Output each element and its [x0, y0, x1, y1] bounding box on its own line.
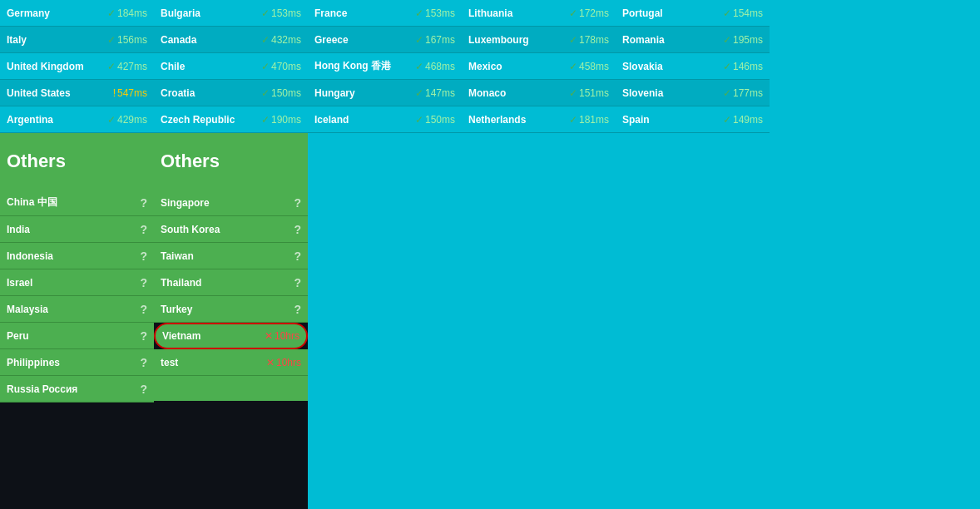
server-row[interactable]: Bulgaria ✓153ms [154, 0, 308, 27]
country-name: Malaysia [7, 304, 48, 315]
list-item[interactable]: Malaysia ? [0, 296, 154, 323]
server-name: Chile [161, 61, 185, 72]
others-header-2: Others [154, 133, 308, 190]
server-row[interactable]: France ✓153ms [308, 0, 462, 27]
server-ping: ✓146ms [723, 61, 763, 72]
server-row[interactable]: Mexico ✓458ms [462, 53, 616, 80]
server-name: Bulgaria [161, 7, 200, 19]
list-item[interactable]: China 中国 ? [0, 190, 154, 216]
server-name: Slovakia [622, 61, 663, 72]
server-name: Luxembourg [468, 34, 529, 46]
list-item[interactable]: Russia Россия ? [0, 376, 154, 403]
server-row[interactable]: Romania ✓195ms [616, 27, 770, 53]
list-item[interactable]: Turkey ? [154, 296, 308, 323]
server-name: Hong Kong 香港 [314, 59, 391, 73]
status-badge: ? [294, 250, 301, 263]
bottom-section-2: Others Singapore ? South Korea ? Taiwan … [154, 133, 308, 509]
list-item[interactable]: Singapore ? [154, 190, 308, 216]
server-name: Iceland [314, 114, 349, 126]
server-row[interactable]: Luxembourg ✓178ms [462, 27, 616, 53]
list-item[interactable]: Peru ? [0, 323, 154, 349]
column-4: Lithuania ✓172ms Luxembourg ✓178ms Mexic… [462, 0, 616, 509]
list-item[interactable]: Philippines ? [0, 349, 154, 376]
server-row[interactable]: United States !547ms [0, 80, 154, 106]
server-row[interactable]: Slovakia ✓146ms [616, 53, 770, 80]
server-ping: ✓458ms [569, 61, 609, 72]
country-name: Thailand [161, 277, 201, 289]
list-item[interactable]: Israel ? [0, 269, 154, 296]
server-row[interactable]: Netherlands ✓181ms [462, 106, 616, 133]
status-badge: ? [140, 356, 147, 369]
status-badge: ? [140, 329, 147, 343]
server-name: Czech Republic [161, 114, 235, 126]
server-ping: ✓151ms [569, 87, 609, 99]
empty-block-3 [308, 133, 462, 509]
country-name: India [7, 224, 30, 235]
others-label: Others [7, 151, 66, 172]
server-name: Italy [7, 34, 27, 46]
server-row[interactable]: Slovenia ✓177ms [616, 80, 770, 106]
list-item[interactable]: Thailand ? [154, 269, 308, 296]
server-name: Romania [622, 34, 665, 46]
server-row[interactable]: Monaco ✓151ms [462, 80, 616, 106]
status-badge: ✕10hrs [265, 330, 299, 342]
server-row[interactable]: Czech Republic ✓190ms [154, 106, 308, 133]
server-row[interactable]: Germany ✓184ms [0, 0, 154, 27]
server-row[interactable]: United Kingdom ✓427ms [0, 53, 154, 80]
list-item[interactable]: South Korea ? [154, 216, 308, 243]
server-ping: ✓156ms [107, 34, 147, 46]
server-row[interactable]: Spain ✓149ms [616, 106, 770, 133]
list-item[interactable]: test ✕10hrs [154, 349, 308, 376]
status-badge: ? [140, 303, 147, 316]
status-badge: ? [294, 223, 301, 236]
status-badge: ✕10hrs [266, 357, 301, 368]
server-ping: ✓190ms [261, 114, 301, 126]
server-row[interactable]: Canada ✓432ms [154, 27, 308, 53]
status-badge: ? [140, 276, 147, 289]
server-row[interactable]: Hong Kong 香港 ✓468ms [308, 53, 462, 80]
country-name: South Korea [161, 224, 220, 235]
bottom-section-1: Others China 中国 ? India ? Indonesia ? Is… [0, 133, 154, 509]
server-name: Slovenia [622, 87, 663, 99]
status-badge: ? [140, 223, 147, 236]
list-item[interactable]: Taiwan ? [154, 243, 308, 269]
country-name: Indonesia [7, 250, 53, 262]
server-row[interactable]: Italy ✓156ms [0, 27, 154, 53]
server-name: Netherlands [468, 114, 526, 126]
list-item[interactable]: Indonesia ? [0, 243, 154, 269]
status-badge: ? [294, 196, 301, 210]
server-row[interactable]: Chile ✓470ms [154, 53, 308, 80]
empty-block-5 [616, 133, 770, 509]
server-row[interactable]: Croatia ✓150ms [154, 80, 308, 106]
country-name: Israel [7, 277, 32, 289]
server-row[interactable]: Hungary ✓147ms [308, 80, 462, 106]
server-row[interactable]: Portugal ✓154ms [616, 0, 770, 27]
server-name: Monaco [468, 87, 506, 99]
server-ping: ✓178ms [569, 34, 609, 46]
top-section-2: Bulgaria ✓153ms Canada ✓432ms Chile ✓470… [154, 0, 308, 133]
list-item[interactable]: India ? [0, 216, 154, 243]
server-ping: ✓195ms [723, 34, 763, 46]
server-row[interactable]: Argentina ✓429ms [0, 106, 154, 133]
server-ping: ✓432ms [261, 34, 301, 46]
status-badge: ? [294, 303, 301, 316]
column-1: Germany ✓184ms Italy ✓156ms United Kingd… [0, 0, 154, 509]
country-name: Russia Россия [7, 383, 77, 395]
server-name: Greece [314, 34, 349, 46]
server-ping: ✓147ms [415, 87, 455, 99]
server-row[interactable]: Greece ✓167ms [308, 27, 462, 53]
server-ping: ✓153ms [261, 7, 301, 19]
country-name: test [161, 357, 178, 368]
server-name: Argentina [7, 114, 53, 126]
others-label-2: Others [161, 151, 220, 172]
server-ping: ✓150ms [415, 114, 455, 126]
server-name: Hungary [314, 87, 355, 99]
server-ping: ✓153ms [415, 7, 455, 19]
status-badge: ? [294, 276, 301, 289]
server-ping: ✓154ms [723, 7, 763, 19]
vietnam-row[interactable]: Vietnam ✕10hrs [154, 323, 308, 349]
server-row[interactable]: Iceland ✓150ms [308, 106, 462, 133]
server-ping: ✓184ms [107, 7, 147, 19]
server-name: Spain [622, 114, 650, 126]
server-row[interactable]: Lithuania ✓172ms [462, 0, 616, 27]
